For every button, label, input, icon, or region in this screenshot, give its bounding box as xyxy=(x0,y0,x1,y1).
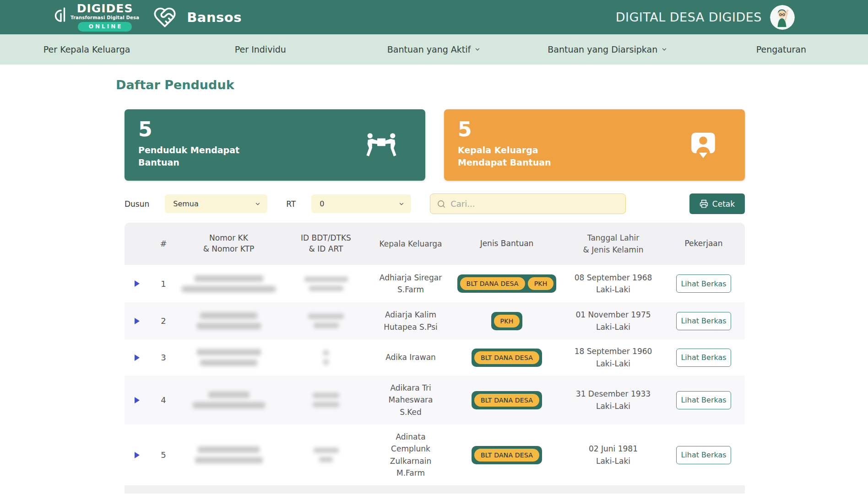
printer-icon xyxy=(700,199,708,208)
nav-pengaturan[interactable]: Pengaturan xyxy=(694,44,868,54)
rt-label: RT xyxy=(286,199,296,209)
main-nav: Per Kepala Keluarga Per Individu Bantuan… xyxy=(0,34,868,64)
row-number: 3 xyxy=(150,353,177,362)
table-header: # Nomor KK& Nomor KTP ID BDT/DTKS& ID AR… xyxy=(125,223,745,265)
id-bdt-redacted xyxy=(280,391,372,409)
logo-subtitle: Transformasi Digital Desa xyxy=(71,15,139,20)
col-tanggal-lahir: Tanggal Lahir& Jenis Kelamin xyxy=(564,232,662,256)
birth-gender: 01 November 1975Laki-Laki xyxy=(564,309,662,333)
expand-row-icon[interactable] xyxy=(135,452,140,458)
id-bdt-redacted xyxy=(280,274,372,293)
nav-label: Pengaturan xyxy=(756,44,806,54)
bantuan-badge: BLT DANA DESA xyxy=(474,351,539,364)
people-carry-icon xyxy=(365,133,398,157)
birth-gender: 02 Juni 1981Laki-Laki xyxy=(564,443,662,467)
lihat-berkas-button[interactable]: Lihat Berkas xyxy=(676,446,731,464)
kk-ktp-redacted xyxy=(177,311,280,332)
expand-row-icon[interactable] xyxy=(135,397,140,403)
logo-title: DIGIDES xyxy=(77,3,133,15)
kk-ktp-redacted xyxy=(177,273,280,294)
id-bdt-redacted xyxy=(280,446,372,464)
cetak-label: Cetak xyxy=(712,199,735,209)
nav-label: Bantuan yang Aktif xyxy=(387,44,471,54)
stat-card-penduduk: 5 Penduduk Mendapat Bantuan xyxy=(125,109,425,181)
lihat-berkas-button[interactable]: Lihat Berkas xyxy=(676,391,731,409)
birth-gender: 08 September 1968Laki-Laki xyxy=(564,272,662,296)
nav-per-kepala-keluarga[interactable]: Per Kepala Keluarga xyxy=(0,44,174,54)
expand-row-icon[interactable] xyxy=(135,318,140,324)
account-name: DIGITAL DESA DIGIDES xyxy=(616,10,762,24)
dusun-label: Dusun xyxy=(125,199,149,209)
nav-bantuan-aktif[interactable]: Bantuan yang Aktif xyxy=(347,44,521,54)
birth-gender: 31 Desember 1933Laki-Laki xyxy=(564,388,662,412)
bantuan-badge: BLT DANA DESA xyxy=(474,394,539,407)
kepala-keluarga-name: Adikara TriMaheswaraS.Ked xyxy=(372,382,450,418)
rt-select[interactable]: 0 xyxy=(311,194,411,213)
app-header: DIGIDES Transformasi Digital Desa ONLINE… xyxy=(0,0,868,34)
chevron-down-icon xyxy=(255,201,261,207)
filters-row: Dusun Semua RT 0 Cetak xyxy=(125,193,745,214)
table-row: 4 Adikara TriMaheswaraS.Ked BLT DANA DES… xyxy=(125,376,745,424)
stat-cards: 5 Penduduk Mendapat Bantuan 5 Kepala Kel… xyxy=(125,109,745,181)
row-number: 1 xyxy=(150,279,177,289)
kk-ktp-redacted xyxy=(177,445,280,466)
online-badge: ONLINE xyxy=(78,22,132,32)
nav-per-individu[interactable]: Per Individu xyxy=(174,44,347,54)
expand-row-icon[interactable] xyxy=(135,280,140,287)
row-number: 4 xyxy=(150,395,177,405)
mascot-avatar-icon xyxy=(770,5,795,30)
kk-ktp-redacted xyxy=(177,347,280,368)
bantuan-badge: PKH xyxy=(494,315,520,328)
module-name: Bansos xyxy=(187,10,242,25)
jenis-bantuan-badges: BLT DANA DESA xyxy=(472,446,542,464)
dusun-selected-value: Semua xyxy=(173,199,199,208)
expand-row-icon[interactable] xyxy=(135,354,140,361)
col-nomor-kk: Nomor KK& Nomor KTP xyxy=(177,233,280,255)
cetak-button[interactable]: Cetak xyxy=(689,193,745,214)
heart-handshake-icon xyxy=(153,5,177,29)
row-number: 2 xyxy=(150,316,177,326)
stat-card-kepala-keluarga: 5 Kepala Keluarga Mendapat Bantuan xyxy=(444,109,745,181)
digides-logo-icon xyxy=(51,6,67,26)
rt-selected-value: 0 xyxy=(320,199,324,208)
table-row: 2 Adiarja KalimHutapea S.Psi PKH 01 Nove… xyxy=(125,302,745,339)
kepala-keluarga-name: AdinataCemplunkZulkarnainM.Farm xyxy=(372,431,450,479)
col-jenis-bantuan: Jenis Bantuan xyxy=(450,238,564,249)
search-box xyxy=(430,193,626,214)
jenis-bantuan-badges: BLT DANA DESA PKH xyxy=(457,274,557,293)
kepala-keluarga-name: Adhiarja SiregarS.Farm xyxy=(372,272,450,296)
nav-label: Bantuan yang Diarsipkan xyxy=(548,44,657,54)
id-bdt-redacted xyxy=(280,349,372,367)
main-content: Daftar Penduduk 5 Penduduk Mendapat Bant… xyxy=(0,78,868,494)
chevron-down-icon xyxy=(398,201,405,207)
jenis-bantuan-badges: BLT DANA DESA xyxy=(472,391,542,409)
penduduk-table: # Nomor KK& Nomor KTP ID BDT/DTKS& ID AR… xyxy=(125,223,745,494)
lihat-berkas-button[interactable]: Lihat Berkas xyxy=(676,274,731,293)
birth-gender: 18 September 1960Laki-Laki xyxy=(564,345,662,370)
id-bdt-redacted xyxy=(280,312,372,330)
table-row: 1 Adhiarja SiregarS.Farm BLT DANA DESA P… xyxy=(125,265,745,302)
bantuan-badge: BLT DANA DESA xyxy=(474,449,539,462)
jenis-bantuan-badges: BLT DANA DESA xyxy=(472,349,542,367)
lihat-berkas-button[interactable]: Lihat Berkas xyxy=(676,349,731,367)
nav-label: Per Kepala Keluarga xyxy=(43,44,130,54)
chevron-down-icon xyxy=(661,46,667,53)
dusun-select[interactable]: Semua xyxy=(165,194,267,213)
row-number: 5 xyxy=(150,450,177,460)
page-title: Daftar Penduduk xyxy=(116,78,868,92)
search-icon xyxy=(437,199,446,209)
chevron-down-icon xyxy=(474,46,481,53)
digides-logo[interactable]: DIGIDES Transformasi Digital Desa ONLINE xyxy=(51,3,139,32)
jenis-bantuan-badges: PKH xyxy=(491,312,523,330)
bantuan-badge: BLT DANA DESA xyxy=(460,277,525,290)
stat-label: Penduduk Mendapat Bantuan xyxy=(138,144,257,168)
col-number: # xyxy=(150,238,177,249)
table-row: 5 AdinataCemplunkZulkarnainM.Farm BLT DA… xyxy=(125,424,745,485)
user-avatar[interactable] xyxy=(770,5,795,30)
kepala-keluarga-name: Adika Irawan xyxy=(372,351,450,363)
lihat-berkas-button[interactable]: Lihat Berkas xyxy=(676,312,731,330)
nav-bantuan-diarsipkan[interactable]: Bantuan yang Diarsipkan xyxy=(521,44,694,54)
search-input[interactable] xyxy=(450,199,619,209)
kk-ktp-redacted xyxy=(177,390,280,411)
bantuan-badge: PKH xyxy=(528,277,554,290)
